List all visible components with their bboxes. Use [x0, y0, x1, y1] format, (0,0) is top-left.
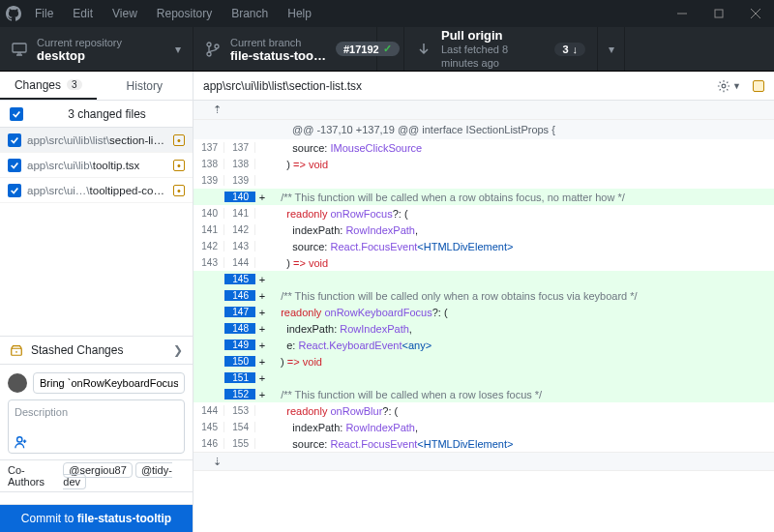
- diff-line[interactable]: 139139: [194, 172, 774, 189]
- svg-point-4: [215, 44, 219, 48]
- diff-line[interactable]: 140141 readonly onRowFocus?: (: [194, 205, 774, 222]
- file-checkbox[interactable]: [8, 133, 21, 147]
- file-checkbox[interactable]: [8, 159, 21, 172]
- stash-icon: [10, 343, 23, 357]
- diff-line[interactable]: 150+ ) => void: [194, 353, 774, 369]
- diff-line[interactable]: 149+ e: React.KeyboardEvent<any>: [194, 337, 774, 353]
- modified-icon: •: [173, 134, 185, 146]
- svg-point-6: [17, 437, 22, 442]
- pull-label: Pull origin: [441, 29, 545, 43]
- pull-count-badge: 3 ↓: [554, 43, 585, 56]
- download-icon: [416, 42, 432, 57]
- diff-line[interactable]: 144153 readonly onRowBlur?: (: [194, 402, 774, 419]
- select-all-checkbox[interactable]: [10, 107, 23, 121]
- repo-label: Current repository: [37, 36, 122, 49]
- sidebar: Changes3 History 3 changed files app\src…: [0, 72, 194, 532]
- repo-name: desktop: [37, 49, 122, 63]
- chevron-down-icon: ▾: [175, 43, 181, 56]
- stash-label: Stashed Changes: [31, 343, 123, 357]
- menubar: FileEditViewRepositoryBranchHelp: [0, 0, 774, 27]
- diff-line[interactable]: 147+ readonly onRowKeyboardFocus?: (: [194, 304, 774, 320]
- branch-icon: [205, 42, 221, 57]
- changes-count-badge: 3: [67, 79, 82, 90]
- branch-name: file-status-too…: [230, 49, 326, 63]
- avatar: [8, 373, 27, 393]
- diff-line[interactable]: 148+ indexPath: RowIndexPath,: [194, 320, 774, 337]
- window-minimize-button[interactable]: [664, 0, 700, 27]
- diff-line[interactable]: 138138 ) => void: [194, 156, 774, 172]
- svg-point-3: [207, 52, 211, 56]
- diff-line[interactable]: 145+: [194, 271, 774, 287]
- svg-rect-1: [13, 44, 26, 52]
- stashed-changes-row[interactable]: Stashed Changes ❯: [0, 336, 193, 365]
- branch-label: Current branch: [230, 36, 326, 49]
- file-row[interactable]: app\src\ui…\tooltipped-content.tsx •: [0, 178, 193, 203]
- hunk-header: @@ -137,10 +137,19 @@ interface ISection…: [194, 120, 774, 139]
- file-path: app\src\ui\lib\list\section-list.tsx: [27, 134, 167, 146]
- menu-view[interactable]: View: [104, 3, 145, 24]
- file-row[interactable]: app\src\ui\lib\list\section-list.tsx •: [0, 128, 193, 153]
- diff-line[interactable]: 140+ /** This function will be called wh…: [194, 189, 774, 205]
- diff-line[interactable]: 137137 source: IMouseClickSource: [194, 139, 774, 156]
- toolbar: Current repositorydesktop ▾ Current bran…: [0, 27, 774, 72]
- coauthors-row: Co-Authors @sergiou87 @tidy-dev: [0, 459, 193, 492]
- app-logo-icon: [0, 6, 27, 21]
- diff-line[interactable]: 143144 ) => void: [194, 254, 774, 271]
- commit-summary-input[interactable]: [33, 372, 185, 394]
- diff-line[interactable]: 142143 source: React.FocusEvent<HTMLDivE…: [194, 238, 774, 254]
- chevron-down-icon: ▼: [732, 81, 741, 91]
- tab-changes[interactable]: Changes3: [0, 72, 97, 100]
- pull-button[interactable]: Pull originLast fetched 8 minutes ago 3 …: [404, 27, 598, 71]
- diff-view: app\src\ui\lib\list\section-list.tsx ▼ ⇡…: [194, 72, 774, 532]
- commit-button[interactable]: Commit to file-status-tooltip: [0, 504, 193, 532]
- diff-file-path: app\src\ui\lib\list\section-list.tsx: [203, 79, 362, 93]
- file-path: app\src\ui…\tooltipped-content.tsx: [27, 185, 167, 196]
- expand-up-button[interactable]: ⇡: [194, 101, 774, 120]
- file-row[interactable]: app\src\ui\lib\tooltip.tsx •: [0, 153, 193, 178]
- diff-line[interactable]: 141142 indexPath: RowIndexPath,: [194, 222, 774, 238]
- svg-rect-0: [715, 10, 723, 17]
- files-header: 3 changed files: [0, 101, 193, 128]
- window-close-button[interactable]: [737, 0, 774, 27]
- tab-history[interactable]: History: [97, 72, 194, 100]
- file-checkbox[interactable]: [8, 184, 21, 197]
- commit-form: Description Co-Authors @sergiou87 @tidy-…: [0, 365, 193, 532]
- window-maximize-button[interactable]: [700, 0, 737, 27]
- menu-file[interactable]: File: [27, 3, 61, 24]
- diff-line[interactable]: 146155 source: React.FocusEvent<HTMLDivE…: [194, 435, 774, 452]
- pr-badge: #17192 ✓: [336, 42, 400, 56]
- add-coauthor-icon[interactable]: [15, 435, 28, 449]
- modified-icon: •: [173, 185, 185, 196]
- menu-branch[interactable]: Branch: [223, 3, 276, 24]
- file-path: app\src\ui\lib\tooltip.tsx: [27, 160, 167, 171]
- files-count-label: 3 changed files: [31, 107, 183, 121]
- modified-icon: •: [173, 160, 185, 171]
- menu-help[interactable]: Help: [280, 3, 319, 24]
- pull-sub: Last fetched 8 minutes ago: [441, 43, 545, 70]
- diff-line[interactable]: 145154 indexPath: RowIndexPath,: [194, 419, 774, 435]
- menu-repository[interactable]: Repository: [149, 3, 220, 24]
- branch-selector[interactable]: Current branchfile-status-too… #17192 ✓: [194, 27, 377, 71]
- diff-mod-indicator-icon: [753, 80, 764, 92]
- repo-selector[interactable]: Current repositorydesktop ▾: [0, 27, 194, 71]
- chevron-right-icon: ❯: [173, 343, 183, 357]
- commit-description-input[interactable]: Description: [8, 399, 185, 454]
- coauthors-label: Co-Authors: [8, 464, 57, 488]
- pull-dropdown-button[interactable]: ▾: [598, 27, 625, 71]
- expand-down-button[interactable]: ⇣: [194, 452, 774, 471]
- menu-edit[interactable]: Edit: [65, 3, 101, 24]
- diff-line[interactable]: 146+ /** This function will be called on…: [194, 287, 774, 304]
- svg-point-2: [207, 43, 211, 46]
- svg-point-7: [722, 84, 726, 88]
- diff-line[interactable]: 152+ /** This function will be called wh…: [194, 386, 774, 402]
- diff-line[interactable]: 151+: [194, 369, 774, 386]
- description-placeholder: Description: [15, 406, 68, 418]
- desktop-icon: [12, 42, 27, 57]
- diff-settings-button[interactable]: ▼: [717, 79, 741, 93]
